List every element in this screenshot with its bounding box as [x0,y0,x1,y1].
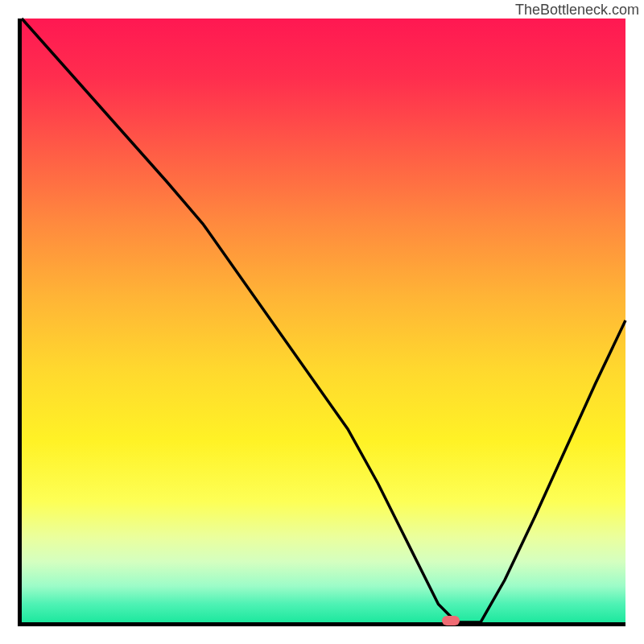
curve-svg [22,19,625,622]
optimal-point-marker [442,616,460,625]
chart-area [18,19,625,626]
bottleneck-curve [22,19,625,622]
watermark-text: TheBottleneck.com [515,2,639,19]
